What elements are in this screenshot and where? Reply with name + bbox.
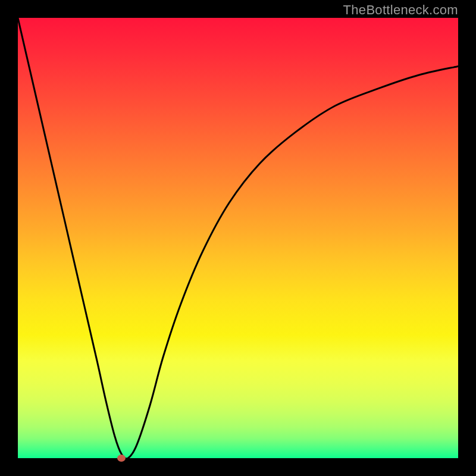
optimal-point-marker — [117, 455, 126, 462]
plot-area — [18, 18, 458, 458]
curve-svg — [18, 18, 458, 458]
watermark-text: TheBottleneck.com — [343, 2, 458, 18]
chart-frame: TheBottleneck.com — [0, 0, 476, 476]
bottleneck-curve — [18, 18, 458, 458]
